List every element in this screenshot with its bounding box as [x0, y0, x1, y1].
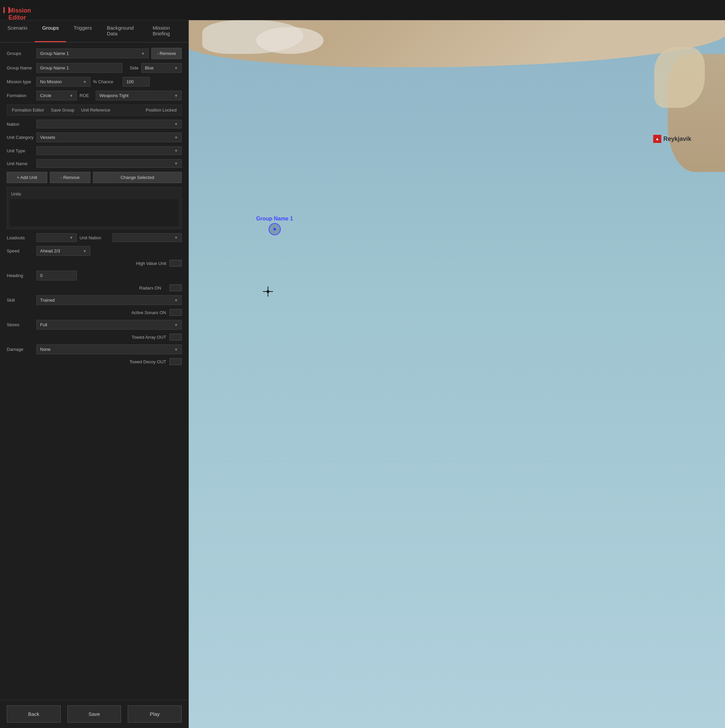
unit-name-arrow: ▼ [174, 161, 178, 165]
formation-select[interactable]: Circle ▼ [37, 91, 77, 101]
groups-select[interactable]: Group Name 1 ▼ [37, 49, 148, 58]
save-group-link[interactable]: Save Group [51, 107, 74, 113]
position-locked-label: Position Locked [145, 107, 177, 113]
unit-nation-label: Unit Nation [80, 235, 110, 240]
unit-category-select[interactable]: Vessels ▼ [37, 133, 182, 142]
remove-unit-button[interactable]: - Remove [50, 172, 90, 183]
heading-input[interactable] [37, 271, 77, 280]
loadouts-select[interactable]: ▼ [37, 233, 77, 242]
loadouts-arrow: ▼ [69, 236, 73, 240]
unit-category-row: Unit Category Vessels ▼ [7, 133, 182, 142]
nation-select[interactable]: ▼ [37, 120, 182, 128]
speed-value: Ahead 2/3 [40, 248, 60, 254]
tabs-bar: Scenario Groups Triggers Background Data… [0, 20, 188, 43]
roe-label: ROE [80, 93, 93, 98]
tab-groups[interactable]: Groups [35, 20, 66, 42]
side-arrow: ▼ [174, 66, 178, 70]
crosshair-symbol [263, 286, 273, 297]
mission-type-label: Mission type [7, 79, 34, 84]
app-title: Mission Editor [3, 6, 12, 14]
mission-type-select[interactable]: No Mission ▼ [37, 77, 90, 87]
unit-name-row: Unit Name ▼ [7, 159, 182, 168]
title-bar: Mission Editor [0, 0, 725, 20]
high-value-unit-toggle[interactable] [170, 260, 182, 267]
damage-value: None [40, 347, 50, 352]
reykjavik-icon: ▲ [653, 135, 661, 143]
formation-editor-divider: Formation Editor Save Group Unit Referen… [7, 104, 182, 116]
formation-value: Circle [40, 93, 51, 98]
left-col: High Value Unit Heading Radars ON [7, 260, 182, 369]
damage-arrow: ▼ [174, 347, 178, 352]
back-button[interactable]: Back [7, 705, 61, 723]
mission-type-value: No Mission [40, 79, 62, 84]
unit-name-select[interactable]: ▼ [37, 159, 182, 168]
towed-decoy-toggle[interactable] [170, 358, 182, 365]
save-button[interactable]: Save [67, 705, 121, 723]
group-marker[interactable]: Group Name 1 [256, 216, 293, 235]
damage-select[interactable]: None ▼ [37, 344, 182, 354]
title-accent [3, 7, 5, 13]
stores-row: Stores Full ▼ [7, 320, 182, 330]
formation-editor-link[interactable]: Formation Editor [12, 107, 44, 113]
units-list [10, 199, 179, 226]
stores-arrow: ▼ [174, 323, 178, 327]
unit-reference-link[interactable]: Unit Reference [81, 107, 110, 113]
groups-select-value: Group Name 1 [40, 51, 69, 56]
panel-content: Groups Group Name 1 ▼ - Remove Group Nam… [0, 43, 188, 700]
loadouts-label: Loadouts [7, 235, 34, 240]
groups-row: Groups Group Name 1 ▼ - Remove [7, 48, 182, 59]
tab-background-data[interactable]: Background Data [99, 20, 145, 42]
play-button[interactable]: Play [128, 705, 182, 723]
damage-label: Damage [7, 347, 34, 352]
percent-chance-input[interactable] [123, 77, 150, 87]
change-selected-button[interactable]: Change Selected [93, 172, 182, 183]
mission-type-row: Mission type No Mission ▼ % Chance [7, 77, 182, 87]
skill-row: Skill Trained ▼ [7, 295, 182, 305]
towed-decoy-label: Towed Decoy OUT [129, 359, 166, 364]
speed-select[interactable]: Ahead 2/3 ▼ [37, 246, 90, 256]
group-name-row: Group Name Side Blue ▼ [7, 63, 182, 73]
towed-array-label: Towed Array OUT [132, 335, 166, 340]
group-marker-dot [273, 228, 276, 231]
roe-arrow: ▼ [174, 94, 178, 98]
mission-type-arrow: ▼ [83, 80, 87, 84]
side-select[interactable]: Blue ▼ [141, 63, 182, 73]
roe-select[interactable]: Weapons Tight ▼ [96, 91, 182, 101]
unit-type-select[interactable]: ▼ [37, 146, 182, 155]
unit-category-label: Unit Category [7, 135, 34, 140]
towed-array-toggle[interactable] [170, 334, 182, 340]
group-marker-label: Group Name 1 [256, 216, 293, 222]
active-sonars-label: Active Sonars ON [132, 310, 166, 315]
unit-category-arrow: ▼ [174, 136, 178, 139]
formation-label: Formation [7, 93, 34, 98]
remove-group-button[interactable]: - Remove [151, 48, 182, 59]
formation-arrow: ▼ [69, 94, 73, 98]
tab-mission-briefing[interactable]: Mission Briefing [145, 20, 188, 42]
nation-label: Nation [7, 122, 34, 127]
skill-select[interactable]: Trained ▼ [37, 295, 182, 305]
skill-value: Trained [40, 298, 55, 303]
roe-value: Weapons Tight [99, 93, 128, 98]
radars-on-label: Radars ON [139, 286, 166, 291]
tab-triggers[interactable]: Triggers [66, 20, 99, 42]
unit-nation-arrow: ▼ [174, 236, 178, 240]
skill-arrow: ▼ [174, 298, 178, 302]
stores-select[interactable]: Full ▼ [37, 320, 182, 330]
units-header: Units [10, 190, 179, 199]
active-sonars-toggle[interactable] [170, 309, 182, 316]
tab-scenario[interactable]: Scenario [0, 20, 35, 42]
two-col-section: High Value Unit Heading Radars ON [7, 260, 182, 369]
reykjavik-name: Reykjavik [663, 136, 691, 142]
nation-row: Nation ▼ [7, 120, 182, 128]
side-value: Blue [145, 66, 154, 70]
left-panel: Scenario Groups Triggers Background Data… [0, 20, 189, 728]
unit-category-value: Vessels [40, 135, 55, 140]
radars-on-toggle[interactable] [170, 284, 182, 291]
unit-nation-select[interactable]: ▼ [113, 233, 182, 242]
add-unit-button[interactable]: + Add Unit [7, 172, 47, 183]
heading-label: Heading [7, 273, 34, 278]
group-name-label: Group Name [7, 66, 34, 70]
loadouts-row: Loadouts ▼ Unit Nation ▼ [7, 233, 182, 242]
map-area[interactable]: ▲ Reykjavik Group Name 1 [189, 20, 725, 728]
group-name-input[interactable] [37, 63, 122, 73]
